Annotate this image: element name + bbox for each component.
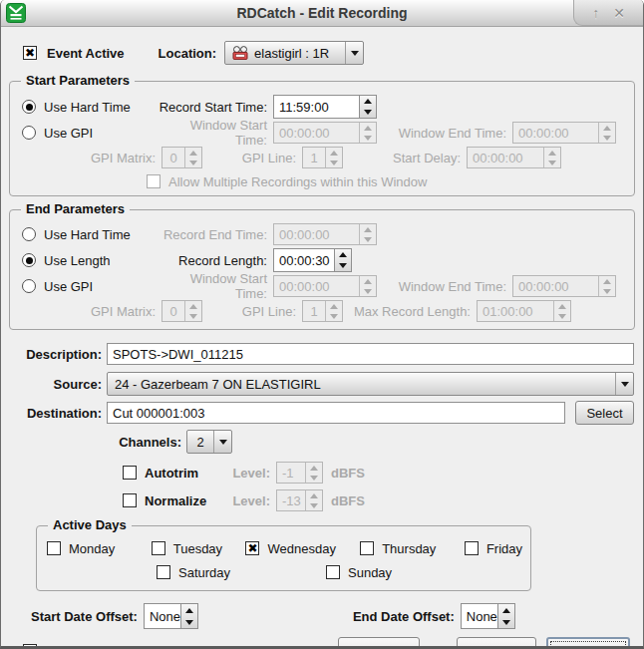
spinner-buttons[interactable] (497, 604, 514, 628)
use-gpi-radio[interactable] (22, 279, 36, 293)
source-dropdown[interactable]: 24 - Gazerbeam 7 ON ELASTIGIRL (107, 372, 634, 396)
window-end-time-label: Window End Time: (385, 126, 512, 141)
shade-window-icon[interactable]: ↑ (592, 6, 599, 20)
ok-button[interactable]: OK (457, 637, 536, 649)
window-start-time-spinbox: 00:00:00 (273, 275, 377, 297)
select-button[interactable]: Select (575, 401, 634, 425)
titlebar[interactable]: RDCatch - Edit Recording ↑ ✕ (1, 0, 643, 27)
destination-row: Destination: Cut 000001:003 Select (1, 401, 634, 425)
channels-row: Channels: 2 (1, 430, 643, 454)
group-title: Active Days (48, 517, 132, 532)
use-gpi-radio[interactable] (22, 126, 36, 140)
description-input[interactable]: SPOTS->DWI_011215 (107, 343, 634, 365)
spinner-buttons[interactable] (359, 96, 376, 118)
start-date-offset-label: Start Date Offset: (31, 609, 138, 624)
event-active-label: Event Active (47, 46, 125, 61)
day-tuesday-label: Tuesday (173, 541, 222, 556)
active-days-group: Active Days Monday Tuesday Wednesday Thu… (36, 525, 531, 591)
channels-value: 2 (196, 435, 203, 450)
day-monday-label: Monday (69, 541, 115, 556)
spin-down-icon (185, 158, 201, 167)
make-oneshot-checkbox[interactable] (23, 644, 37, 649)
channels-dropdown[interactable]: 2 (186, 430, 232, 454)
spin-up-icon (599, 123, 615, 133)
window-controls: ↑ ✕ (573, 0, 643, 26)
location-label: Location: (159, 46, 217, 61)
end-date-offset-value: None (462, 604, 497, 628)
edit-recording-dialog: RDCatch - Edit Recording ↑ ✕ Event Activ… (0, 0, 644, 649)
autotrim-level-label: Level: (228, 466, 276, 481)
spinner-buttons (598, 276, 615, 296)
autotrim-checkbox[interactable] (123, 466, 137, 480)
spinner-buttons (359, 276, 376, 296)
normalize-level-value: -13 (277, 490, 305, 510)
spinner-buttons[interactable] (180, 604, 197, 628)
spin-up-icon (326, 301, 342, 311)
use-gpi-label: Use GPI (44, 279, 93, 294)
max-record-length-value: 01:00:00 (478, 301, 553, 321)
start-date-offset-spinbox[interactable]: None (144, 603, 198, 629)
gpi-matrix-spinbox: 0 (161, 147, 202, 168)
day-monday-checkbox[interactable] (47, 541, 61, 555)
spin-down-icon (360, 286, 376, 296)
description-row: Description: SPOTS->DWI_011215 (1, 343, 634, 365)
use-hard-time-radio[interactable] (22, 100, 36, 114)
spinner-buttons (325, 301, 342, 321)
spin-up-icon (360, 224, 376, 234)
spin-up-icon[interactable] (360, 96, 376, 107)
start-parameters-group: Start Parameters Use Hard Time Record St… (9, 81, 635, 196)
dbfs-label: dBFS (331, 493, 365, 508)
record-length-label: Record Length: (156, 253, 273, 268)
location-dropdown[interactable]: elastigirl : 1R (224, 41, 364, 65)
destination-input[interactable]: Cut 000001:003 (107, 402, 565, 424)
use-hard-time-radio[interactable] (22, 227, 36, 241)
normalize-label: Normalize (145, 493, 228, 508)
description-label: Description: (1, 347, 107, 362)
record-start-time-spinbox[interactable]: 11:59:00 (273, 95, 377, 119)
day-sunday-checkbox[interactable] (326, 565, 340, 579)
window-end-time-spinbox: 00:00:00 (512, 275, 616, 297)
save-as-new-button[interactable]: Save As New (338, 637, 420, 649)
spin-up-icon (599, 276, 615, 286)
spinner-buttons (359, 224, 376, 244)
end-parameters-group: End Parameters Use Hard Time Record End … (9, 209, 635, 330)
gpi-matrix-spinbox: 0 (161, 300, 202, 322)
cancel-button[interactable]: Cancel (546, 637, 630, 649)
close-window-icon[interactable]: ✕ (613, 6, 625, 20)
spin-up-icon[interactable] (181, 604, 197, 616)
end-date-offset-spinbox[interactable]: None (461, 603, 515, 629)
day-thursday-checkbox[interactable] (360, 541, 374, 555)
make-oneshot-label: Make OneShot (45, 643, 135, 649)
start-delay-label: Start Delay: (343, 151, 467, 165)
spinner-buttons (553, 301, 570, 321)
destination-label: Destination: (1, 406, 107, 421)
gpi-matrix-label: GPI Matrix: (22, 151, 161, 165)
window-start-time-label: Window Start Time: (156, 271, 273, 301)
use-length-radio[interactable] (22, 253, 36, 267)
day-tuesday-checkbox[interactable] (152, 541, 165, 555)
record-end-time-value: 00:00:00 (274, 224, 359, 244)
day-wednesday-label: Wednesday (267, 541, 335, 556)
start-delay-spinbox: 00:00:00 (467, 147, 561, 168)
spin-down-icon[interactable] (181, 616, 197, 628)
group-title: End Parameters (21, 201, 130, 216)
spinner-buttons[interactable] (334, 249, 351, 271)
deck-icon (232, 46, 248, 60)
event-active-checkbox[interactable] (23, 46, 37, 60)
record-length-spinbox[interactable]: 00:00:30 (273, 248, 352, 272)
day-friday-checkbox[interactable] (465, 541, 479, 555)
spin-down-icon[interactable] (335, 260, 351, 271)
spinner-buttons (184, 301, 201, 321)
spin-down-icon (306, 500, 322, 510)
window-end-time-label: Window End Time: (385, 279, 512, 294)
spin-down-icon[interactable] (360, 107, 376, 118)
spin-up-icon[interactable] (498, 604, 514, 616)
day-wednesday-checkbox[interactable] (245, 541, 259, 555)
spin-up-icon[interactable] (335, 249, 351, 260)
day-saturday-checkbox[interactable] (157, 565, 170, 579)
spinner-buttons (305, 490, 322, 510)
spin-down-icon (185, 311, 201, 321)
day-sunday-label: Sunday (348, 565, 392, 580)
normalize-checkbox[interactable] (123, 493, 137, 507)
spin-down-icon[interactable] (498, 616, 514, 628)
